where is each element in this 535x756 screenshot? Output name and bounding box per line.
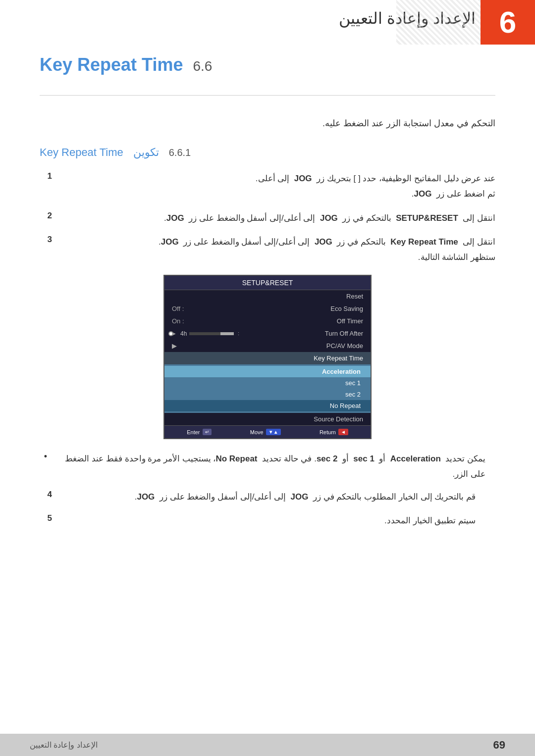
bullet-text: يمكن تحديد Acceleration أو sec 1 أو sec … — [52, 452, 485, 482]
osd-return-label: Return — [320, 429, 336, 435]
section-divider — [40, 95, 495, 96]
bullet-dot: • — [40, 452, 47, 462]
step-5-number: 5 — [40, 513, 52, 523]
step-1-text: عند عرض دليل المفاتيح الوظيفية، حدد [ ] … — [59, 171, 495, 202]
osd-item-key-repeat-time: Key Repeat Time Acceleration 1 sec 2 sec… — [164, 352, 371, 413]
footer-bar: 69 الإعداد وإعادة التعيين — [0, 734, 535, 756]
intro-text: التحكم في معدل استجابة الزر عند الضغط عل… — [40, 115, 495, 131]
osd-item-turn-off-after: Turn Off After : 4h ▶ — [164, 327, 371, 340]
subsection-heading: 6.6.1 تكوين Key Repeat Time — [40, 146, 495, 159]
osd-submenu-key-repeat: Acceleration 1 sec 2 sec No Repeat — [164, 364, 371, 413]
step-3-number: 3 — [40, 235, 52, 245]
step-3-text: انتقل إلى Key Repeat Time بالتحكم في زر … — [59, 235, 495, 265]
osd-container: SETUP&RESET Reset Eco Saving : Off Off T… — [40, 275, 495, 439]
osd-item-eco-saving: Eco Saving : Off — [164, 302, 371, 315]
osd-item-pcav-mode: PC/AV Mode ▶ — [164, 340, 371, 352]
step-4: قم بالتحريك إلى الخيار المطلوب بالتحكم ف… — [40, 490, 495, 505]
osd-item-source-detection: Source Detection — [164, 413, 371, 425]
step-2-text: انتقل إلى SETUP&RESET بالتحكم في زر JOG … — [59, 211, 495, 226]
osd-item-off-timer: Off Timer : On — [164, 315, 371, 327]
step-3: انتقل إلى Key Repeat Time بالتحكم في زر … — [40, 235, 495, 265]
subsection-title-ar: تكوين — [133, 146, 159, 159]
osd-enter-btn: ↵ Enter — [187, 429, 211, 435]
slider-fill — [220, 332, 234, 335]
step-4-text: قم بالتحريك إلى الخيار المطلوب بالتحكم ف… — [59, 490, 476, 505]
osd-submenu-2sec: 2 sec — [164, 389, 371, 400]
step-2-number: 2 — [40, 211, 52, 221]
osd-return-btn: ◄ Return — [320, 429, 348, 435]
section-number: 6.6 — [193, 58, 212, 74]
osd-slider: : 4h ▶ — [172, 330, 239, 337]
subsection-number: 6.6.1 — [169, 147, 191, 158]
osd-screen: SETUP&RESET Reset Eco Saving : Off Off T… — [163, 275, 372, 439]
section-heading: 6.6 Key Repeat Time — [40, 54, 495, 75]
osd-submenu-acceleration: Acceleration — [164, 366, 371, 377]
step-5-text: سيتم تطبيق الخيار المحدد. — [59, 513, 476, 529]
osd-enter-icon: ↵ — [203, 429, 212, 435]
subsection-title-en: Key Repeat Time — [40, 146, 123, 159]
chapter-tab: 6 — [481, 0, 535, 45]
step-5: سيتم تطبيق الخيار المحدد. 5 — [40, 513, 495, 529]
osd-title: SETUP&RESET — [164, 276, 371, 290]
slider-track — [189, 332, 234, 335]
footer-chapter-label: الإعداد وإعادة التعيين — [30, 740, 98, 750]
osd-submenu-1sec: 1 sec — [164, 377, 371, 389]
footer-page-number: 69 — [493, 739, 505, 752]
osd-footer: ◄ Return ▲▼ Move ↵ Enter — [164, 425, 371, 438]
osd-move-icon: ▲▼ — [266, 429, 281, 435]
step-2: انتقل إلى SETUP&RESET بالتحكم في زر JOG … — [40, 211, 495, 226]
osd-item-reset: Reset — [164, 290, 371, 302]
steps-list: عند عرض دليل المفاتيح الوظيفية، حدد [ ] … — [40, 171, 495, 265]
osd-submenu-no-repeat: No Repeat — [164, 400, 371, 411]
step-1: عند عرض دليل المفاتيح الوظيفية، حدد [ ] … — [40, 171, 495, 202]
section-title: Key Repeat Time — [40, 54, 183, 75]
step-1-number: 1 — [40, 171, 52, 181]
steps-after-list: قم بالتحريك إلى الخيار المطلوب بالتحكم ف… — [40, 490, 495, 529]
osd-return-icon: ◄ — [338, 429, 348, 435]
chapter-number: 6 — [499, 7, 516, 38]
osd-enter-label: Enter — [187, 429, 200, 435]
step-4-number: 4 — [40, 490, 52, 500]
osd-move-label: Move — [250, 429, 264, 435]
osd-move-btn: ▲▼ Move — [250, 429, 281, 435]
osd-dot-indicator — [168, 331, 173, 336]
bullet-note: يمكن تحديد Acceleration أو sec 1 أو sec … — [40, 452, 495, 482]
main-content: 6.6 Key Repeat Time التحكم في معدل استجا… — [0, 0, 535, 578]
